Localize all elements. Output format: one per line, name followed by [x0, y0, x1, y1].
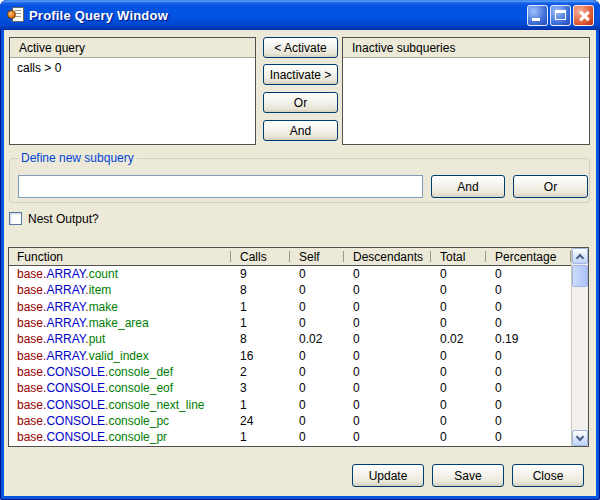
- value-cell: 0: [430, 348, 485, 364]
- dialog-client-area: Active query calls > 0 < Activate Inacti…: [4, 30, 596, 496]
- value-cell: 0: [485, 315, 571, 331]
- profile-query-window: Profile Query Window Active query calls …: [0, 0, 600, 500]
- active-query-list[interactable]: calls > 0: [10, 58, 255, 75]
- column-header-self[interactable]: Self: [289, 248, 343, 265]
- table-row[interactable]: base.CONSOLE.console_pc240000: [9, 413, 571, 429]
- value-cell: 0: [343, 397, 430, 413]
- inactive-subqueries-panel: Inactive subqueries: [342, 37, 590, 145]
- function-name: base.CONSOLE.console_next_line: [9, 397, 230, 413]
- results-table: Function Calls Self Descendants Total Pe…: [8, 247, 589, 447]
- value-cell: 0: [343, 429, 430, 445]
- column-header-calls[interactable]: Calls: [230, 248, 289, 265]
- save-button[interactable]: Save: [432, 464, 504, 487]
- value-cell: 0: [430, 315, 485, 331]
- scrollbar-thumb[interactable]: [572, 265, 588, 287]
- define-subquery-group: Define new subquery And Or: [9, 158, 590, 203]
- value-cell: 3: [230, 380, 289, 396]
- table-row[interactable]: base.ARRAY.item80000: [9, 282, 571, 298]
- value-cell: 0: [343, 348, 430, 364]
- or-button[interactable]: Or: [263, 92, 338, 113]
- table-row[interactable]: base.CONSOLE.console_def20000: [9, 364, 571, 380]
- value-cell: 1: [230, 299, 289, 315]
- value-cell: 8: [230, 331, 289, 347]
- close-action-button[interactable]: Close: [512, 464, 584, 487]
- subquery-input[interactable]: [18, 175, 423, 198]
- value-cell: 0: [485, 429, 571, 445]
- column-header-total[interactable]: Total: [430, 248, 485, 265]
- value-cell: 0: [343, 299, 430, 315]
- function-name: base.ARRAY.count: [9, 266, 230, 282]
- value-cell: 1: [230, 315, 289, 331]
- active-query-item[interactable]: calls > 0: [10, 58, 255, 75]
- value-cell: 0: [343, 364, 430, 380]
- value-cell: 0: [289, 380, 343, 396]
- value-cell: 0: [485, 364, 571, 380]
- value-cell: 16: [230, 348, 289, 364]
- value-cell: 0: [289, 282, 343, 298]
- minimize-icon: [532, 18, 540, 21]
- function-name: base.CONSOLE.console_eof: [9, 380, 230, 396]
- value-cell: 0: [343, 413, 430, 429]
- value-cell: 0: [343, 266, 430, 282]
- table-row[interactable]: base.ARRAY.put80.0200.020.19: [9, 331, 571, 347]
- nest-output-checkbox[interactable]: [9, 212, 22, 225]
- value-cell: 0: [343, 331, 430, 347]
- update-button[interactable]: Update: [352, 464, 424, 487]
- value-cell: 0: [289, 348, 343, 364]
- and-button[interactable]: And: [263, 120, 338, 141]
- close-button[interactable]: [573, 5, 594, 26]
- inactive-subqueries-header: Inactive subqueries: [343, 38, 589, 58]
- value-cell: 0: [485, 266, 571, 282]
- table-row[interactable]: base.ARRAY.count90000: [9, 266, 571, 282]
- value-cell: 0: [289, 266, 343, 282]
- function-name: base.ARRAY.make: [9, 299, 230, 315]
- value-cell: 0: [289, 364, 343, 380]
- value-cell: 2: [230, 364, 289, 380]
- value-cell: 0: [430, 282, 485, 298]
- table-row[interactable]: base.CONSOLE.console_next_line10000: [9, 397, 571, 413]
- define-subquery-legend: Define new subquery: [18, 151, 137, 165]
- maximize-icon: [555, 10, 566, 20]
- value-cell: 0: [430, 266, 485, 282]
- table-row[interactable]: base.ARRAY.make10000: [9, 299, 571, 315]
- maximize-button[interactable]: [550, 5, 571, 26]
- column-header-descendants[interactable]: Descendants: [343, 248, 430, 265]
- titlebar[interactable]: Profile Query Window: [0, 0, 600, 30]
- subquery-or-button[interactable]: Or: [513, 175, 588, 198]
- value-cell: 0: [289, 315, 343, 331]
- value-cell: 9: [230, 266, 289, 282]
- table-row[interactable]: base.ARRAY.make_area10000: [9, 315, 571, 331]
- value-cell: 24: [230, 413, 289, 429]
- table-body: base.ARRAY.count90000base.ARRAY.item8000…: [9, 266, 571, 446]
- table-scrollbar[interactable]: [571, 248, 588, 446]
- nest-output-label: Nest Output?: [28, 212, 99, 226]
- activate-button[interactable]: < Activate: [263, 37, 338, 58]
- table-row[interactable]: base.CONSOLE.console_eof30000: [9, 380, 571, 396]
- function-name: base.ARRAY.make_area: [9, 315, 230, 331]
- column-header-percentage[interactable]: Percentage: [485, 248, 571, 265]
- table-row[interactable]: base.ARRAY.valid_index160000: [9, 348, 571, 364]
- window-title: Profile Query Window: [29, 8, 527, 23]
- table-row[interactable]: base.CONSOLE.console_pr10000: [9, 429, 571, 445]
- value-cell: 0: [289, 299, 343, 315]
- active-query-panel: Active query calls > 0: [9, 37, 256, 145]
- function-name: base.ARRAY.valid_index: [9, 348, 230, 364]
- scroll-down-button[interactable]: [572, 430, 588, 446]
- value-cell: 0.02: [289, 331, 343, 347]
- value-cell: 0: [485, 413, 571, 429]
- value-cell: 0: [485, 348, 571, 364]
- active-query-header: Active query: [10, 38, 255, 58]
- value-cell: 1: [230, 429, 289, 445]
- value-cell: 0: [343, 380, 430, 396]
- subquery-and-button[interactable]: And: [431, 175, 505, 198]
- value-cell: 0: [430, 380, 485, 396]
- value-cell: 0: [289, 429, 343, 445]
- value-cell: 1: [230, 397, 289, 413]
- function-name: base.CONSOLE.console_pc: [9, 413, 230, 429]
- chevron-down-icon: [576, 433, 584, 441]
- minimize-button[interactable]: [527, 5, 548, 26]
- inactivate-button[interactable]: Inactivate >: [263, 64, 338, 85]
- column-header-function[interactable]: Function: [9, 248, 230, 265]
- table-header: Function Calls Self Descendants Total Pe…: [9, 248, 571, 266]
- scroll-up-button[interactable]: [572, 248, 588, 264]
